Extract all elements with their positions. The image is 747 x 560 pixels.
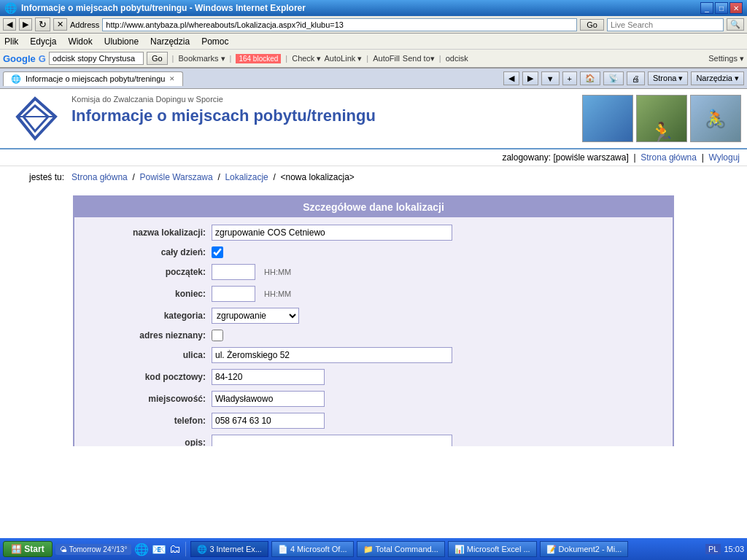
nazwa-row: nazwa lokalizacji:: [89, 225, 658, 241]
taskbar-icon-3[interactable]: 🗂: [169, 542, 181, 556]
opis-textarea[interactable]: [212, 435, 452, 446]
home-nav-button[interactable]: 🏠: [580, 71, 600, 85]
menu-ulubione[interactable]: Ulubione: [104, 36, 139, 47]
site-logo: [6, 95, 64, 142]
adres-nieznany-checkbox[interactable]: [212, 330, 223, 341]
address-label: Address: [70, 20, 99, 29]
header-img-2: 🏃: [636, 95, 687, 142]
miejscowosc-label: miejscowość:: [89, 394, 206, 404]
koniec-row: koniec: HH:MM: [89, 286, 658, 302]
search-button[interactable]: 🔍: [727, 18, 744, 31]
breadcrumb-club[interactable]: Powiśle Warszawa: [139, 172, 212, 182]
menu-widok[interactable]: Widok: [68, 36, 92, 47]
nazwa-input[interactable]: [212, 225, 452, 241]
autofill-button[interactable]: AutoFill: [373, 54, 400, 63]
poczatek-input[interactable]: [212, 264, 255, 280]
settings-button[interactable]: Settings ▾: [708, 54, 744, 63]
language-indicator: PL: [705, 544, 721, 554]
taskbar-commander-button[interactable]: 📁 Total Command...: [357, 541, 445, 557]
google-toolbar: Google G Go | Bookmarks ▾ | 164 blocked …: [0, 50, 747, 69]
close-button[interactable]: ✕: [729, 2, 743, 14]
kategoria-select[interactable]: zgrupowanie zawody trening inne: [212, 308, 299, 324]
koniec-format: HH:MM: [264, 289, 291, 298]
google-search-input[interactable]: [49, 52, 144, 65]
stop-button[interactable]: ✕: [53, 18, 67, 31]
office-taskbar-label: 4 Microsoft Of...: [290, 545, 347, 553]
menu-pomoc[interactable]: Pomoc: [201, 36, 228, 47]
google-g-icon: G: [39, 53, 46, 64]
bc-sep2: /: [217, 172, 220, 182]
bc-sep1: /: [132, 172, 134, 182]
google-logo: Google: [3, 53, 36, 64]
print-button[interactable]: 🖨: [627, 71, 645, 85]
miejscowosc-row: miejscowość:: [89, 391, 658, 407]
refresh-button[interactable]: ↻: [35, 18, 50, 31]
koniec-input[interactable]: [212, 286, 255, 302]
commander-taskbar-label: Total Command...: [376, 545, 438, 553]
tab-nav-right[interactable]: ▶: [522, 71, 538, 85]
address-input[interactable]: [102, 18, 577, 31]
nazwa-label: nazwa lokalizacji:: [89, 228, 206, 238]
page-menu-button[interactable]: Strona ▾: [648, 71, 688, 85]
header-img-3: 🚴: [690, 95, 741, 142]
taskbar-right: PL 15:03: [705, 544, 744, 554]
ulica-input[interactable]: [212, 347, 452, 363]
tab-nav-left[interactable]: ◀: [503, 71, 519, 85]
header-img-1: [582, 95, 633, 142]
kod-input[interactable]: [212, 369, 325, 385]
auth-bar: zalogowany: [powiśle warszawa] | Strona …: [0, 149, 747, 166]
ulica-row: ulica:: [89, 347, 658, 363]
home-link[interactable]: Strona główna: [640, 152, 697, 163]
ie-taskbar-icon: 🌐: [197, 545, 207, 554]
breadcrumb-locations[interactable]: Lokalizacje: [225, 172, 268, 182]
window-title: Informacje o miejscach pobytu/treningu -…: [21, 3, 306, 13]
sendto-button[interactable]: Send to▾: [403, 54, 435, 63]
miejscowosc-input[interactable]: [212, 391, 325, 407]
search-input[interactable]: [607, 18, 724, 31]
taskbar-icon-2[interactable]: 📧: [152, 542, 166, 556]
bookmarks-button[interactable]: Bookmarks ▾: [178, 54, 225, 63]
tab-menu-button[interactable]: ▼: [541, 71, 560, 85]
new-tab-button[interactable]: +: [562, 71, 577, 85]
blocked-count: 164 blocked: [236, 54, 281, 63]
menu-plik[interactable]: Plik: [4, 36, 18, 47]
check-button[interactable]: Check ▾: [292, 54, 321, 63]
minimize-button[interactable]: _: [700, 2, 713, 14]
tools-menu-button[interactable]: Narzędzia ▾: [691, 71, 744, 85]
google-go-button[interactable]: Go: [147, 52, 168, 65]
back-button[interactable]: ◀: [3, 18, 16, 31]
forward-button[interactable]: ▶: [19, 18, 32, 31]
taskbar-icon-1[interactable]: 🌐: [134, 542, 149, 556]
taskbar-ie-button[interactable]: 🌐 3 Internet Ex...: [190, 541, 268, 557]
koniec-label: koniec:: [89, 289, 206, 299]
taskbar-office-button[interactable]: 📄 4 Microsoft Of...: [271, 541, 354, 557]
tab-close-button[interactable]: ✕: [169, 75, 175, 82]
svg-marker-0: [18, 98, 55, 139]
breadcrumb-home[interactable]: Strona główna: [71, 172, 128, 182]
autolink-button[interactable]: AutoLink ▾: [324, 54, 362, 63]
menu-narzedzia[interactable]: Narzędzia: [150, 36, 190, 47]
taskbar-word-button[interactable]: 📝 Dokument2 - Mi...: [540, 541, 629, 557]
caly-dzien-checkbox[interactable]: [212, 246, 223, 258]
form-title: Szczegółowe dane lokalizacji: [74, 197, 673, 217]
poczatek-format: HH:MM: [264, 268, 291, 276]
odcisk-button[interactable]: odcisk: [446, 54, 468, 63]
poczatek-label: początek:: [89, 267, 206, 277]
maximize-button[interactable]: □: [715, 2, 728, 14]
start-button[interactable]: 🪟 Start: [3, 541, 53, 557]
rss-button[interactable]: 📡: [603, 71, 624, 85]
menu-bar: Plik Edycja Widok Ulubione Narzędzia Pom…: [0, 34, 747, 50]
caly-dzien-label: cały dzień:: [89, 247, 206, 257]
menu-edycja[interactable]: Edycja: [30, 36, 56, 47]
breadcrumb-prefix: jesteś tu:: [29, 172, 64, 182]
ulica-label: ulica:: [89, 350, 206, 360]
telefon-input[interactable]: [212, 413, 325, 429]
word-taskbar-label: Dokument2 - Mi...: [559, 545, 622, 553]
active-tab[interactable]: 🌐 Informacje o miejscach pobytu/treningu…: [3, 71, 183, 86]
office-taskbar-icon: 📄: [278, 545, 288, 554]
logout-link[interactable]: Wyloguj: [708, 152, 740, 163]
telefon-row: telefon:: [89, 413, 658, 429]
taskbar-excel-button[interactable]: 📊 Microsoft Excel ...: [448, 541, 537, 557]
go-button[interactable]: Go: [580, 19, 604, 31]
breadcrumb: jesteś tu: Strona główna / Powiśle Warsz…: [0, 166, 747, 188]
